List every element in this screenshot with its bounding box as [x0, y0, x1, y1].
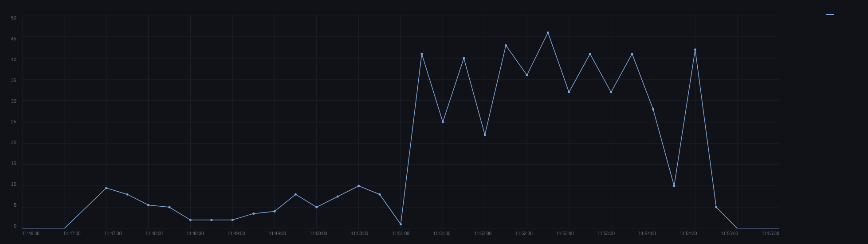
chart-dot — [505, 44, 507, 47]
chart-dot — [420, 53, 423, 55]
x-axis-label: 11:47:30 — [104, 231, 122, 236]
y-axis-label: 20 — [11, 140, 16, 145]
x-axis-label: 11:46:30 — [22, 231, 39, 236]
x-axis-label: 11:53:00 — [557, 231, 574, 236]
chart-dot — [589, 53, 591, 55]
x-axis-label: 11:48:30 — [187, 231, 204, 236]
chart-dot — [295, 193, 297, 196]
x-axis-label: 11:54:00 — [639, 231, 656, 236]
x-axis-label: 11:50:00 — [310, 231, 327, 236]
y-axis-label: 15 — [11, 161, 16, 166]
x-axis-label: 11:48:00 — [145, 231, 163, 236]
chart-dot — [442, 121, 444, 123]
x-axis-label: 11:53:30 — [597, 231, 615, 236]
chart-dot — [673, 185, 675, 187]
y-axis-label: 5 — [14, 203, 16, 208]
x-axis-label: 11:55:00 — [721, 231, 738, 236]
legend-line-color — [826, 14, 834, 15]
x-axis-label: 11:49:30 — [269, 231, 286, 236]
y-axis-label: 25 — [11, 119, 16, 124]
chart-dot — [337, 196, 339, 198]
chart-dot — [315, 206, 318, 209]
x-axis-label: 11:50:30 — [351, 231, 368, 236]
y-axis-label: 30 — [11, 99, 16, 104]
chart-dot — [568, 91, 570, 93]
chart-dot — [652, 108, 654, 110]
chart-dot — [400, 223, 402, 225]
chart-dot — [274, 210, 276, 213]
chart-dot — [694, 48, 696, 51]
x-axis-label: 11:52:30 — [515, 231, 533, 236]
chart-dot — [357, 185, 360, 187]
x-axis-label: 11:51:30 — [433, 231, 451, 236]
y-axis-label: 45 — [11, 36, 16, 41]
chart-dot — [610, 91, 612, 93]
chart-dot — [631, 53, 633, 55]
chart-dot — [210, 219, 212, 221]
y-axis-label: 10 — [11, 182, 16, 187]
chart-dot — [147, 204, 149, 206]
chart-dot — [189, 219, 192, 221]
x-axis-label: 11:52:00 — [474, 231, 491, 236]
legend-item — [826, 14, 859, 15]
y-axis-label: 0 — [14, 224, 16, 228]
chart-dot — [526, 74, 528, 76]
x-axis-label: 11:55:30 — [762, 231, 779, 236]
x-axis: 11:46:3011:47:0011:47:3011:48:0011:48:30… — [22, 228, 779, 244]
chart-svg — [22, 16, 779, 228]
x-axis-label: 11:51:00 — [392, 231, 409, 236]
legend — [826, 12, 859, 15]
x-axis-label: 11:49:00 — [228, 231, 245, 236]
chart-title — [0, 0, 868, 12]
y-axis-label: 40 — [11, 57, 16, 62]
chart-dot — [463, 57, 465, 59]
chart-dot — [379, 193, 381, 196]
chart-dot — [484, 134, 486, 136]
y-axis-label: 35 — [11, 78, 16, 83]
x-axis-label: 11:47:00 — [63, 231, 81, 236]
chart-dot — [105, 187, 107, 189]
chart-dot — [715, 206, 717, 209]
chart-dot — [547, 31, 549, 34]
y-axis-label: 50 — [11, 16, 16, 20]
chart-container: 50454035302520151050 11:46:3011:47:0011:… — [0, 0, 868, 244]
x-axis-label: 11:54:30 — [680, 231, 697, 236]
y-axis: 50454035302520151050 — [0, 16, 20, 228]
chart-dot — [168, 206, 170, 209]
chart-dot — [252, 213, 255, 215]
chart-dot — [126, 193, 129, 196]
chart-dot — [232, 219, 234, 221]
